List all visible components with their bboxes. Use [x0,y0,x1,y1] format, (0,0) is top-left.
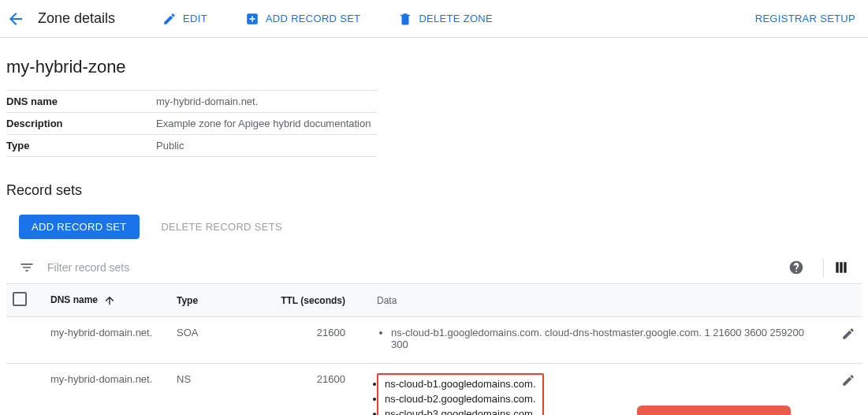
registrar-setup-button[interactable]: REGISTRAR SETUP [755,13,855,24]
cell-type: SOA [170,317,257,364]
annotation-callout: Copy these DNS records [590,406,791,415]
filter-input[interactable] [47,261,788,274]
pencil-icon [162,12,177,26]
meta-type-label: Type [6,135,156,157]
cell-ttl: 21600 [257,317,352,364]
filter-icon[interactable] [19,260,35,275]
meta-description-value: Example zone for Apigee hybrid documenta… [156,113,377,135]
columns-icon[interactable] [833,260,849,275]
delete-record-sets-button[interactable]: DELETE RECORD SETS [155,215,288,239]
trash-icon [398,12,412,26]
header-dns-name[interactable]: DNS name [50,294,98,305]
cell-data: ns-cloud-b1.googledomains.com. cloud-dns… [352,317,814,364]
divider [823,258,824,277]
callout-text: Copy these DNS records [637,406,791,415]
records-table: DNS name Type TTL (seconds) Data my-hybr… [6,284,862,415]
data-list-item: ns-cloud-b2.googledomains.com. [385,393,536,405]
edit-row-icon[interactable] [841,373,855,387]
edit-button[interactable]: EDIT [153,6,217,32]
data-list-item: ns-cloud-b3.googledomains.com. [385,408,536,415]
cell-dns-name: my-hybrid-domain.net. [44,317,170,364]
add-record-set-top-label: ADD RECORD SET [266,13,361,24]
page-title: Zone details [38,10,115,27]
add-record-set-button[interactable]: ADD RECORD SET [19,215,140,239]
select-all-checkbox[interactable] [13,292,27,306]
meta-description-label: Description [6,113,156,135]
add-box-icon [245,12,259,26]
cell-dns-name: my-hybrid-domain.net. [44,364,170,416]
zone-meta-table: DNS name my-hybrid-domain.net. Descripti… [6,90,377,157]
meta-type-value: Public [156,135,377,157]
table-row: my-hybrid-domain.net.SOA21600ns-cloud-b1… [6,317,862,364]
help-icon[interactable] [788,260,804,275]
add-record-set-top-button[interactable]: ADD RECORD SET [236,6,371,32]
edit-row-icon[interactable] [841,327,855,341]
delete-zone-label: DELETE ZONE [419,13,493,24]
meta-dns-name-value: my-hybrid-domain.net. [156,91,377,113]
back-arrow-icon[interactable] [6,9,25,28]
header-data: Data [352,284,814,317]
sort-arrow-up-icon [103,294,116,307]
zone-name: my-hybrid-zone [6,57,862,77]
data-list-item: ns-cloud-b1.googledomains.com. [385,378,536,390]
delete-zone-button[interactable]: DELETE ZONE [389,6,502,32]
data-list-item: ns-cloud-b1.googledomains.com. cloud-dns… [391,327,808,350]
header-type[interactable]: Type [170,284,257,317]
record-sets-title: Record sets [6,182,862,199]
header-ttl[interactable]: TTL (seconds) [257,284,352,317]
cell-ttl: 21600 [257,364,352,416]
edit-button-label: EDIT [183,13,207,24]
meta-dns-name-label: DNS name [6,91,156,113]
cell-type: NS [170,364,257,416]
